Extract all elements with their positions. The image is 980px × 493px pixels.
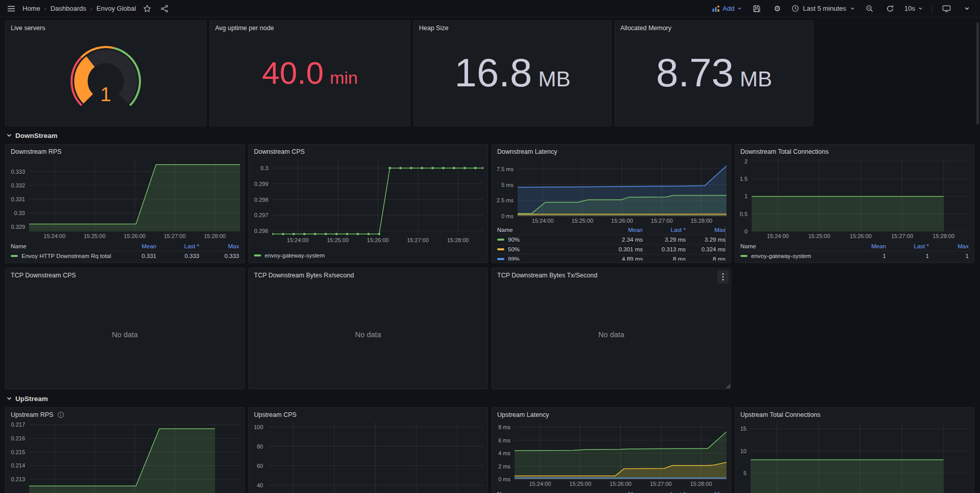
section-downstream[interactable]: DownStream [6,130,974,140]
stat-value: 16.8 [455,50,532,96]
panel-title[interactable]: TCP Downstream CPS [6,268,244,280]
y-axis: 0 ms2 ms4 ms6 ms8 ms [492,422,510,488]
x-axis: 15:24:0015:25:0015:26:0015:27:0015:28:00 [272,236,483,245]
y-axis: 0.2130.2140.2150.2160.217 [6,422,25,493]
panel-tcp-downstream-bytes-rx: TCP Downstream Bytes Rx/second No data [248,268,488,389]
breadcrumb-separator: › [44,5,46,12]
chevron-down-icon [737,6,742,11]
panel-upstream-rps: Upstream RPS 0.2130.2140.2150.2160.217 1… [5,407,245,493]
panel-title[interactable]: Live servers [6,21,206,33]
y-axis: 0.2960.2970.2980.2990.3 [249,159,268,245]
panel-resize-handle[interactable] [726,384,730,388]
section-upstream[interactable]: UpStream [6,393,974,404]
x-axis: 15:24:0015:25:0015:26:0015:27:0015:28:00 [515,479,727,488]
add-button[interactable]: Add [712,5,742,13]
save-dashboard-icon[interactable] [751,3,763,15]
legend: NameMeanLast *Maxenvoy-gateway-system111 [740,242,969,261]
legend-row[interactable]: Envoy HTTP Downstream Rq total0.3310.333… [11,251,239,261]
no-data-message: No data [249,280,487,389]
page-scrollbar[interactable] [976,22,979,125]
legend-scrollbar[interactable] [725,226,726,248]
x-axis: 15:24:0015:25:0015:26:0015:27:0015:28:00 [518,216,727,225]
panel-title[interactable]: Upstream Latency [492,408,731,420]
panel-tcp-downstream-cps: TCP Downstream CPS No data [5,268,245,389]
chart-plot-area[interactable] [518,159,727,216]
legend: NameMeanLast *Max90%2.34 ms3.29 ms3.29 m… [497,225,726,261]
legend-row[interactable]: 99%4.89 ms8 ms8 ms [497,254,726,261]
time-range-picker[interactable]: Last 5 minutes [791,5,855,12]
legend-row[interactable]: envoy-gateway-system111 [740,251,969,261]
panel-title[interactable]: Downstream Latency [492,145,731,157]
panel-title[interactable]: Heap Size [414,21,611,33]
panel-title[interactable]: Upstream CPS [249,408,487,420]
chevron-down-icon [918,6,923,11]
panel-menu-kebab-icon[interactable] [717,270,729,284]
panel-avg-uptime: Avg uptime per node 40.0 min [209,20,410,126]
clock-icon [791,5,799,12]
stat-unit: min [330,68,358,88]
panel-heap-size: Heap Size 16.8 MB [413,20,612,126]
tv-mode-icon[interactable] [940,3,952,15]
chart-plot-area[interactable] [29,159,240,231]
share-icon[interactable] [158,3,171,15]
panel-title[interactable]: Avg uptime per node [210,21,410,33]
y-axis: 0 ms2.5 ms5 ms7.5 ms [492,159,514,225]
breadcrumb: Home › Dashboards › Envoy Global [22,5,136,12]
panel-downstream-cps: Downstream CPS 0.2960.2970.2980.2990.3 1… [248,144,488,263]
panel-title[interactable]: Upstream RPS [6,408,244,420]
panel-allocated-memory: Allocated Memory 8.73 MB [615,20,813,126]
panel-title[interactable]: Allocated Memory [615,21,813,33]
panel-tcp-downstream-bytes-tx: TCP Downstream Bytes Tx/Second No data [492,268,731,389]
hamburger-menu-icon[interactable] [5,3,17,15]
gauge: 1 [6,33,206,126]
breadcrumb-current[interactable]: Envoy Global [97,5,136,12]
panel-live-servers: Live servers 1 [5,20,206,126]
chart-plot-area[interactable] [515,422,727,479]
add-panel-icon [712,5,720,13]
chevron-down-icon [850,6,855,11]
y-axis: 406080100 [249,422,263,493]
nav-chevron-down-icon[interactable] [961,3,973,15]
y-axis: 51015 [735,422,746,493]
chart-plot-area[interactable] [752,159,970,231]
chevron-down-icon [6,132,12,138]
panel-title[interactable]: Downstream RPS [6,145,244,157]
panel-title[interactable]: Upstream Total Connections [735,408,974,420]
zoom-out-icon[interactable] [864,3,876,15]
chart-plot-area[interactable] [751,422,970,493]
no-data-message: No data [492,280,731,389]
star-icon[interactable] [141,3,153,15]
time-range-label: Last 5 minutes [803,5,846,12]
chevron-down-icon [6,395,12,402]
refresh-icon[interactable] [884,3,896,15]
chart-plot-area[interactable] [267,422,483,493]
breadcrumb-dashboards[interactable]: Dashboards [51,5,86,12]
y-axis: 00.511.52 [735,159,748,241]
panel-title[interactable]: Downstream Total Connections [735,145,974,157]
panel-title[interactable]: TCP Downstream Bytes Rx/second [249,268,487,280]
panel-title[interactable]: Downstream CPS [249,145,487,157]
panel-upstream-latency: Upstream Latency 0 ms2 ms4 ms6 ms8 ms 15… [492,407,731,493]
svg-text:1: 1 [100,83,111,105]
legend-scroll-area[interactable]: NameMeanLast *Max90%2.34 ms3.29 ms3.29 m… [497,225,726,261]
breadcrumb-home[interactable]: Home [22,5,40,12]
x-axis: 15:24:0015:25:0015:26:0015:27:0015:28:00 [752,231,970,241]
legend-row[interactable]: 90%2.34 ms3.29 ms3.29 ms [497,234,726,244]
legend-header: NameMeanLast *Max [740,242,969,251]
top-nav: Home › Dashboards › Envoy Global Add [0,0,980,17]
chart-plot-area[interactable] [29,422,240,493]
panel-title[interactable]: TCP Downstream Bytes Tx/Second [492,268,731,280]
info-icon [57,411,64,418]
dashboard-settings-icon[interactable]: ⚙ [771,3,783,15]
legend-item[interactable]: envoy-gateway-system [254,250,482,261]
stat-value: 40.0 [262,55,324,91]
chart-plot-area[interactable] [272,159,483,236]
legend: envoy-gateway-system [254,250,482,261]
refresh-interval-dropdown[interactable]: 10s [904,5,923,12]
panel-downstream-rps: Downstream RPS 0.3290.330.3310.3320.333 … [5,144,245,263]
legend-row[interactable]: 50%0.301 ms0.313 ms0.324 ms [497,244,726,254]
panel-upstream-cps: Upstream CPS 406080100 15:24:0015:25:001… [248,407,488,493]
legend: NameMeanLast *Max [497,489,726,493]
panel-downstream-latency: Downstream Latency 0 ms2.5 ms5 ms7.5 ms … [492,144,731,263]
breadcrumb-separator: › [90,5,92,12]
